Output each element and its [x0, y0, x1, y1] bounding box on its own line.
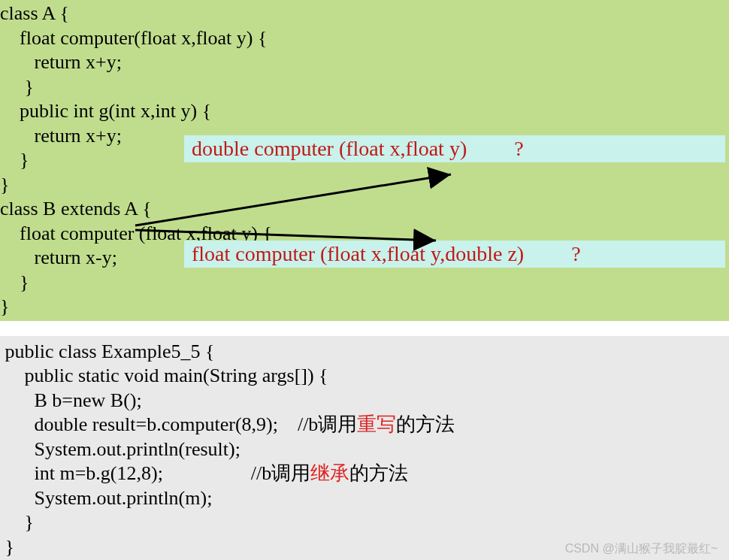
code-line: double result=b.computer(8,9); //b调用重写的方… [0, 413, 729, 437]
code-line: public int g(int x,int y) { [0, 99, 729, 124]
watermark: CSDN @满山猴子我腚最红~ [565, 541, 718, 557]
code-line: } [0, 75, 729, 100]
code-line: class A { [0, 2, 729, 26]
highlight-inherit: 继承 [310, 462, 349, 484]
code-line: System.out.println(m); [0, 486, 729, 511]
code-line: } [0, 510, 729, 535]
code-line: B b=new B(); [0, 389, 729, 413]
code-line: class B extends A { [0, 197, 729, 222]
code-line: public static void main(String args[]) { [0, 364, 729, 389]
code-line: return x+y; [0, 50, 729, 75]
code-line: public class Example5_5 { [0, 340, 729, 365]
code-line: float computer(float x,float y) { [0, 26, 729, 51]
callout-double-computer: double computer (float x,float y) ? [184, 135, 725, 162]
code-line: } [0, 271, 729, 295]
code-line: System.out.println(result); [0, 437, 729, 462]
code-line: } [0, 173, 729, 198]
highlight-override: 重写 [357, 413, 396, 435]
code-block-classes: class A { float computer(float x,float y… [0, 0, 729, 321]
code-line: int m=b.g(12,8); //b调用继承的方法 [0, 462, 729, 486]
callout-float-computer-z: float computer (float x,float y,double z… [184, 241, 725, 268]
code-block-main: public class Example5_5 { public static … [0, 336, 729, 561]
code-line: } [0, 295, 729, 319]
